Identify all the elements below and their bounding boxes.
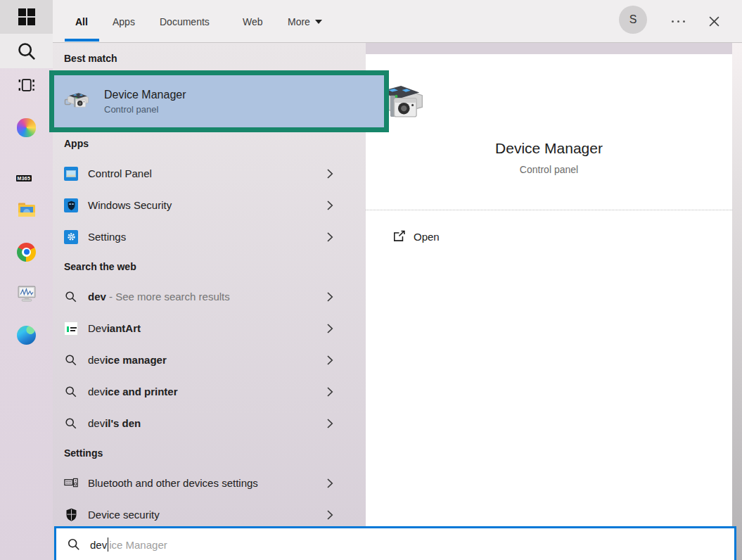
task-view-button[interactable] xyxy=(0,71,53,99)
search-suggestion-text: ice Manager xyxy=(109,539,167,551)
preview-subtitle: Control panel xyxy=(366,164,732,175)
taskbar-search-button[interactable] xyxy=(0,34,53,68)
result-row[interactable]: Windows Security xyxy=(53,189,366,221)
results-sections: AppsControl PanelWindows SecuritySetting… xyxy=(53,129,366,530)
result-row[interactable]: Bluetooth and other devices settings xyxy=(53,467,366,499)
result-label: Settings xyxy=(88,231,126,243)
search-typed-text: dev xyxy=(90,539,107,551)
background-strip xyxy=(732,43,742,560)
close-icon xyxy=(708,15,720,27)
search-icon xyxy=(17,42,37,61)
chevron-right-icon[interactable] xyxy=(326,231,333,243)
chevron-right-icon[interactable] xyxy=(326,323,333,334)
open-label: Open xyxy=(414,231,440,243)
chevron-right-icon[interactable] xyxy=(326,200,333,211)
search-icon xyxy=(64,353,78,367)
device-manager-icon xyxy=(63,89,91,113)
result-label: device manager xyxy=(88,354,167,366)
chevron-right-icon[interactable] xyxy=(326,291,333,303)
search-icon xyxy=(64,385,78,399)
edge-button[interactable] xyxy=(0,321,53,349)
preview-title: Device Manager xyxy=(366,140,732,157)
chrome-icon xyxy=(17,243,36,262)
chevron-right-icon[interactable] xyxy=(326,168,333,179)
taskbar: M365 xyxy=(0,0,53,560)
search-icon xyxy=(64,416,78,431)
result-row[interactable]: devil's den xyxy=(53,407,366,439)
result-label: Device security xyxy=(88,509,160,521)
result-row[interactable]: dev - See more search results xyxy=(53,281,366,312)
chrome-button[interactable] xyxy=(0,238,53,266)
chevron-down-icon xyxy=(315,20,322,24)
windows-logo-icon xyxy=(18,8,35,25)
tab-all[interactable]: All xyxy=(75,0,88,43)
windows-security-icon xyxy=(64,198,78,212)
section-header: Search the web xyxy=(53,253,366,281)
microsoft-365-copilot-icon: M365 xyxy=(16,159,37,182)
microsoft-365-copilot-button[interactable]: M365 xyxy=(0,156,53,184)
device-security-icon xyxy=(64,508,78,522)
result-label: Bluetooth and other devices settings xyxy=(88,477,258,489)
result-row[interactable]: device and printer xyxy=(53,376,366,407)
chevron-right-icon[interactable] xyxy=(326,478,333,489)
preview-panel: Device Manager Control panel Open xyxy=(366,54,732,526)
deviantart-icon xyxy=(64,322,78,336)
more-options-button[interactable] xyxy=(666,13,690,30)
avatar[interactable]: S xyxy=(619,6,647,34)
close-button[interactable] xyxy=(706,13,722,29)
section-header: Settings xyxy=(53,439,366,467)
result-row[interactable]: Settings xyxy=(53,221,366,253)
text-cursor xyxy=(108,537,108,552)
file-explorer-icon xyxy=(17,201,37,218)
task-view-icon xyxy=(17,76,36,95)
result-label: device and printer xyxy=(88,386,178,397)
search-tab-bar: All Apps Documents Web More S xyxy=(53,0,742,43)
best-match-title: Device Manager xyxy=(104,88,186,102)
annotation-highlight-box: Device Manager Control panel xyxy=(49,70,389,132)
chevron-right-icon[interactable] xyxy=(326,509,333,521)
chevron-right-icon[interactable] xyxy=(326,386,333,397)
start-button[interactable] xyxy=(0,0,53,34)
result-label: Control Panel xyxy=(88,167,152,179)
best-match-result[interactable]: Device Manager Control panel xyxy=(54,75,384,127)
divider xyxy=(366,210,732,210)
m365-badge: M365 xyxy=(16,175,32,182)
best-match-header: Best match xyxy=(64,53,117,64)
result-label: DeviantArt xyxy=(88,322,141,334)
windows-search-flyout: M365 xyxy=(0,0,742,560)
performance-monitor-button[interactable] xyxy=(0,280,53,308)
result-row[interactable]: DeviantArt xyxy=(53,312,366,344)
result-label: Windows Security xyxy=(88,199,172,211)
tab-documents[interactable]: Documents xyxy=(160,0,210,43)
performance-monitor-icon xyxy=(17,285,37,303)
result-row[interactable]: device manager xyxy=(53,344,366,376)
control-panel-icon xyxy=(64,167,78,181)
search-icon xyxy=(68,538,80,551)
chevron-right-icon[interactable] xyxy=(326,355,333,366)
open-external-icon xyxy=(392,230,407,243)
result-row[interactable]: Control Panel xyxy=(53,158,366,189)
search-input[interactable]: dev ice Manager xyxy=(54,526,736,560)
section-header: Apps xyxy=(53,129,366,158)
settings-gear-icon xyxy=(64,230,78,244)
tab-apps[interactable]: Apps xyxy=(113,0,135,43)
best-match-subtitle: Control panel xyxy=(104,104,186,115)
edge-icon xyxy=(17,326,36,345)
tab-more[interactable]: More xyxy=(288,0,322,43)
active-tab-underline xyxy=(65,39,99,42)
result-label: devil's den xyxy=(88,417,141,429)
file-explorer-button[interactable] xyxy=(0,196,53,224)
copilot-button[interactable] xyxy=(0,113,53,141)
copilot-icon xyxy=(17,118,36,137)
result-label: dev - See more search results xyxy=(88,291,230,303)
tab-web[interactable]: Web xyxy=(243,0,263,43)
bluetooth-devices-icon xyxy=(64,476,78,490)
open-action[interactable]: Open xyxy=(366,220,732,253)
search-icon xyxy=(64,290,78,304)
chevron-right-icon[interactable] xyxy=(326,418,333,429)
